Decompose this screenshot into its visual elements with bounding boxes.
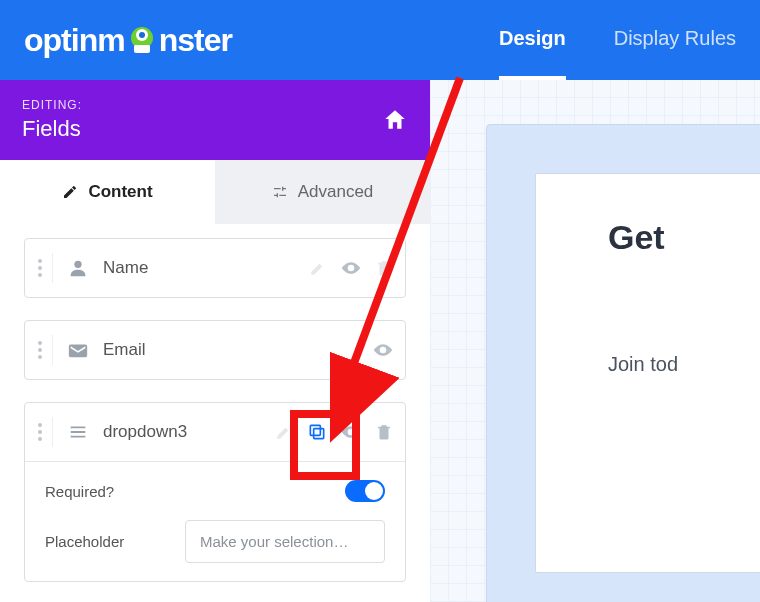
required-toggle[interactable] xyxy=(345,480,385,502)
field-row-dropdown3[interactable]: dropdown3 Required? Placeholder xyxy=(24,402,406,582)
home-icon[interactable] xyxy=(382,107,408,133)
editing-text: EDITING: Fields xyxy=(22,98,82,142)
preview-inner: Get Join tod xyxy=(535,173,760,573)
duplicate-icon[interactable] xyxy=(307,422,327,442)
logo-text-right: nster xyxy=(159,22,232,59)
placeholder-input[interactable] xyxy=(185,520,385,563)
drag-handle[interactable] xyxy=(37,335,53,365)
envelope-icon xyxy=(67,339,89,361)
pencil-icon xyxy=(62,184,78,200)
tab-content[interactable]: Content xyxy=(0,160,215,224)
logo: optinm nster xyxy=(24,22,232,59)
drag-handle[interactable] xyxy=(37,253,53,283)
nav-display-rules[interactable]: Display Rules xyxy=(614,1,736,80)
person-icon xyxy=(67,257,89,279)
field-email-label: Email xyxy=(103,340,373,360)
editing-bar: EDITING: Fields xyxy=(0,80,430,160)
field-settings: Required? Placeholder xyxy=(25,461,405,581)
tab-advanced[interactable]: Advanced xyxy=(215,160,430,224)
main: EDITING: Fields Content Advanced xyxy=(0,80,760,602)
field-row-name[interactable]: Name xyxy=(24,238,406,298)
field-row-email[interactable]: Email xyxy=(24,320,406,380)
trash-icon[interactable] xyxy=(375,423,393,441)
dropdown-icon xyxy=(67,421,89,443)
svg-point-2 xyxy=(139,32,145,38)
logo-text-left: optinm xyxy=(24,22,125,59)
eye-icon[interactable] xyxy=(341,422,361,442)
top-nav: Design Display Rules xyxy=(499,1,736,80)
sliders-icon xyxy=(272,184,288,200)
editing-title: Fields xyxy=(22,116,82,142)
drag-handle[interactable] xyxy=(37,417,53,447)
eye-icon[interactable] xyxy=(341,258,361,278)
edit-icon[interactable] xyxy=(309,259,327,277)
top-bar: optinm nster Design Display Rules xyxy=(0,0,760,80)
editing-label: EDITING: xyxy=(22,98,82,112)
trash-icon[interactable] xyxy=(375,259,393,277)
nav-design[interactable]: Design xyxy=(499,1,566,80)
sidebar-tabs: Content Advanced xyxy=(0,160,430,224)
svg-rect-5 xyxy=(314,429,324,439)
svg-point-4 xyxy=(74,261,81,268)
preview-pane: Get Join tod xyxy=(430,80,760,602)
field-name-label: Name xyxy=(103,258,309,278)
tab-advanced-label: Advanced xyxy=(298,182,374,202)
preview-subtitle: Join tod xyxy=(608,353,760,376)
field-dropdown3-label: dropdown3 xyxy=(103,422,275,442)
eye-icon[interactable] xyxy=(373,340,393,360)
preview-outer: Get Join tod xyxy=(486,124,760,602)
monster-icon xyxy=(125,23,159,57)
preview-title: Get xyxy=(608,218,760,257)
placeholder-label: Placeholder xyxy=(45,533,175,550)
required-label: Required? xyxy=(45,483,175,500)
edit-icon[interactable] xyxy=(275,423,293,441)
svg-rect-6 xyxy=(310,425,320,435)
field-list: Name Email xyxy=(0,224,430,602)
sidebar: EDITING: Fields Content Advanced xyxy=(0,80,430,602)
tab-content-label: Content xyxy=(88,182,152,202)
